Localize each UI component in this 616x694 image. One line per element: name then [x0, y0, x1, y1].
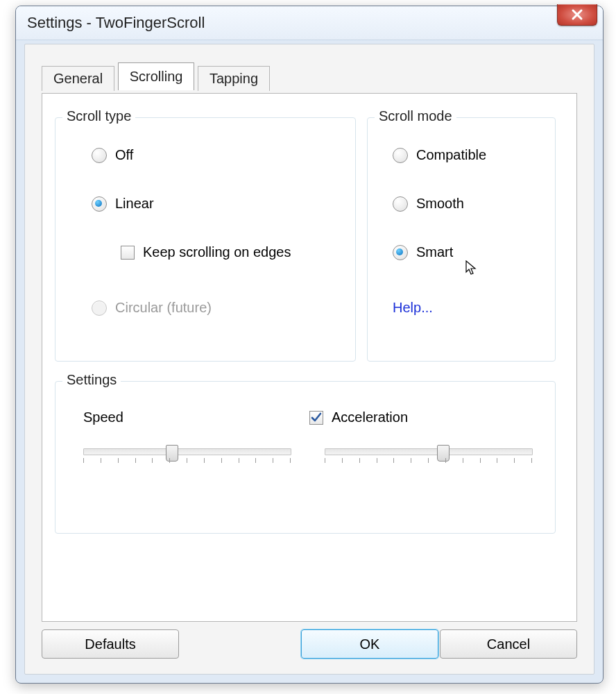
- group-scroll-mode: Scroll mode Compatible Smooth Smart Help…: [367, 117, 556, 362]
- radio-row-smooth[interactable]: Smooth: [393, 196, 464, 212]
- radio-row-circular: Circular (future): [92, 300, 212, 316]
- radio-row-smart[interactable]: Smart: [393, 244, 453, 260]
- tab-tapping[interactable]: Tapping: [198, 66, 270, 91]
- radio-smooth-label: Smooth: [416, 196, 464, 212]
- titlebar[interactable]: Settings - TwoFingerScroll: [16, 6, 603, 40]
- window-title: Settings - TwoFingerScroll: [27, 14, 205, 32]
- speed-label: Speed: [83, 409, 123, 425]
- radio-row-off[interactable]: Off: [92, 147, 133, 163]
- checkbox-row-keep-edges[interactable]: Keep scrolling on edges: [121, 244, 291, 260]
- radio-row-linear[interactable]: Linear: [92, 196, 154, 212]
- close-icon: [570, 8, 584, 21]
- radio-smooth[interactable]: [393, 196, 408, 212]
- checkbox-acceleration[interactable]: [309, 411, 323, 425]
- radio-linear-label: Linear: [115, 196, 154, 212]
- radio-compatible-label: Compatible: [416, 147, 486, 163]
- settings-window: Settings - TwoFingerScroll General Scrol…: [15, 6, 604, 684]
- radio-off[interactable]: [92, 148, 107, 163]
- defaults-button[interactable]: Defaults: [42, 629, 179, 659]
- accel-label: Acceleration: [332, 409, 408, 425]
- radio-linear[interactable]: [92, 196, 107, 212]
- legend-scroll-mode: Scroll mode: [375, 108, 456, 124]
- radio-smart-label: Smart: [416, 244, 453, 260]
- group-settings: Settings Speed Acceleration: [55, 381, 556, 534]
- speed-slider[interactable]: [83, 448, 291, 465]
- checkbox-keep-edges-label: Keep scrolling on edges: [143, 244, 291, 260]
- radio-circular: [92, 301, 107, 316]
- tabpage-scrolling: Scroll type Off Linear Keep scrolling on…: [42, 93, 577, 622]
- cancel-button[interactable]: Cancel: [440, 629, 577, 659]
- client-area: General Scrolling Tapping Scroll type Of…: [24, 44, 594, 675]
- tabstrip: General Scrolling Tapping: [42, 64, 577, 93]
- help-link-row[interactable]: Help...: [393, 300, 433, 316]
- button-bar: Defaults OK Cancel: [42, 629, 577, 663]
- radio-smart[interactable]: [393, 245, 408, 260]
- legend-settings: Settings: [62, 372, 121, 388]
- tab-general[interactable]: General: [42, 66, 114, 91]
- speed-label-row: Speed: [83, 409, 123, 425]
- radio-off-label: Off: [115, 147, 133, 163]
- radio-compatible[interactable]: [393, 148, 408, 163]
- defaults-button-label: Defaults: [85, 636, 135, 652]
- accel-slider[interactable]: [325, 448, 533, 465]
- tab-scrolling[interactable]: Scrolling: [118, 62, 195, 90]
- close-button[interactable]: [557, 4, 597, 26]
- radio-row-compatible[interactable]: Compatible: [393, 147, 486, 163]
- group-scroll-type: Scroll type Off Linear Keep scrolling on…: [55, 117, 356, 362]
- help-link[interactable]: Help...: [393, 300, 433, 316]
- legend-scroll-type: Scroll type: [62, 108, 135, 124]
- radio-circular-label: Circular (future): [115, 300, 212, 316]
- cancel-button-label: Cancel: [487, 636, 530, 652]
- check-icon: [310, 412, 323, 424]
- ok-button[interactable]: OK: [301, 629, 438, 659]
- accel-row[interactable]: Acceleration: [309, 409, 408, 425]
- checkbox-keep-edges[interactable]: [121, 246, 135, 260]
- ok-button-label: OK: [360, 636, 380, 652]
